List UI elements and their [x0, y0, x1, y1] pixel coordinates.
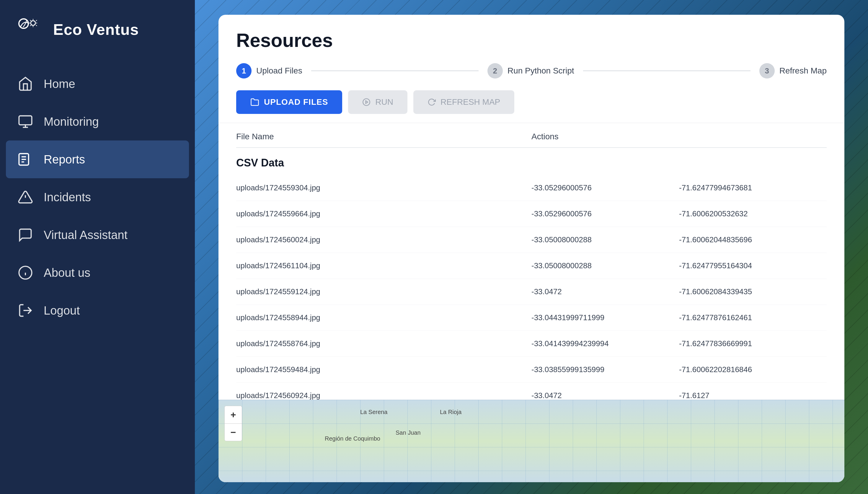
map-zoom-out-button[interactable]: − — [224, 423, 242, 441]
logo-icon — [18, 18, 47, 41]
cell-file: uploads/1724560024.jpg — [236, 235, 531, 244]
cell-col3: -71.6006200532632 — [679, 209, 827, 218]
cell-col2: -33.03855999135999 — [531, 365, 679, 374]
card-header: Resources 1 Upload Files 2 Run Python Sc… — [219, 15, 844, 123]
table-row: uploads/1724558944.jpg -33.0443199971199… — [236, 305, 827, 331]
table-area: File Name Actions CSV Data uploads/17245… — [219, 123, 844, 400]
cell-col2: -33.05008000288 — [531, 261, 679, 270]
map-grid — [219, 400, 844, 482]
sidebar-label-home: Home — [44, 77, 75, 91]
svg-marker-16 — [366, 101, 368, 103]
step-1: 1 Upload Files — [236, 63, 302, 78]
table-header: File Name Actions — [236, 123, 827, 148]
table-row: uploads/1724559124.jpg -33.0472 -71.6006… — [236, 279, 827, 305]
refresh-map-button[interactable]: REFRESH MAP — [413, 90, 514, 114]
cell-col2: -33.04431999711999 — [531, 313, 679, 322]
map-area: + − La Serena La Rioja Región de Coquimb… — [219, 400, 844, 482]
cell-col3: -71.62477876162461 — [679, 313, 827, 322]
sidebar-item-about-us[interactable]: About us — [0, 254, 195, 291]
map-zoom-in-button[interactable]: + — [224, 406, 242, 423]
step-2-circle: 2 — [487, 63, 503, 78]
upload-files-button[interactable]: UPLOAD FILES — [236, 90, 342, 114]
sidebar-item-home[interactable]: Home — [0, 65, 195, 103]
cell-col2: -33.05008000288 — [531, 235, 679, 244]
map-label-la-rioja: La Rioja — [440, 409, 461, 416]
cell-col3: -71.62477836669991 — [679, 339, 827, 348]
page-title: Resources — [236, 30, 827, 51]
sidebar-item-reports[interactable]: Reports — [6, 140, 189, 178]
cell-col3: -71.62477955164304 — [679, 261, 827, 270]
cell-file: uploads/1724558764.jpg — [236, 339, 531, 348]
step-3-circle: 3 — [759, 63, 775, 78]
sidebar-label-incidents: Incidents — [44, 191, 91, 204]
cell-col3: -71.60062084339435 — [679, 287, 827, 296]
cell-file: uploads/1724558944.jpg — [236, 313, 531, 322]
cell-file: uploads/1724559124.jpg — [236, 287, 531, 296]
upload-button-label: UPLOAD FILES — [264, 97, 328, 107]
col-header-actions: Actions — [531, 132, 679, 141]
refresh-map-button-label: REFRESH MAP — [440, 97, 500, 107]
table-row: uploads/1724559484.jpg -33.0385599913599… — [236, 357, 827, 383]
sidebar-label-about-us: About us — [44, 266, 90, 280]
cell-col3: -71.6127 — [679, 391, 827, 400]
step-1-circle: 1 — [236, 63, 251, 78]
sidebar-item-incidents[interactable]: Incidents — [0, 178, 195, 216]
cell-file: uploads/1724559304.jpg — [236, 183, 531, 192]
step-line-2 — [583, 71, 751, 71]
folder-icon — [250, 98, 259, 107]
sidebar-label-virtual-assistant: Virtual Assistant — [44, 228, 128, 242]
run-button-label: RUN — [375, 97, 393, 107]
cell-col2: -33.0472 — [531, 287, 679, 296]
play-icon — [362, 98, 371, 106]
svg-rect-2 — [19, 116, 32, 125]
nav-items: Home Monitoring Reports — [0, 65, 195, 329]
map-label-region-coquimbo: Región de Coquimbo — [325, 435, 380, 442]
info-icon — [18, 265, 33, 280]
step-3: 3 Refresh Map — [759, 63, 827, 78]
action-buttons: UPLOAD FILES RUN REFRESH MAP — [236, 90, 827, 114]
cell-file: uploads/1724561104.jpg — [236, 261, 531, 270]
logo-area: Eco Ventus — [0, 18, 195, 65]
cell-file: uploads/1724560924.jpg — [236, 391, 531, 400]
sidebar-item-logout[interactable]: Logout — [0, 291, 195, 329]
content-card: Resources 1 Upload Files 2 Run Python Sc… — [219, 15, 844, 482]
cell-col3: -71.60062202816846 — [679, 365, 827, 374]
col-header-filename: File Name — [236, 132, 531, 141]
app-name: Eco Ventus — [53, 21, 139, 38]
sidebar-label-logout: Logout — [44, 304, 80, 317]
main-area: Resources 1 Upload Files 2 Run Python Sc… — [195, 0, 868, 494]
logout-icon — [18, 303, 33, 318]
step-2-label: Run Python Script — [508, 66, 574, 76]
sidebar-label-reports: Reports — [44, 153, 85, 166]
cell-col2: -33.041439994239994 — [531, 339, 679, 348]
col-header-extra — [679, 132, 827, 141]
stepper: 1 Upload Files 2 Run Python Script 3 — [236, 63, 827, 78]
table-row: uploads/1724560024.jpg -33.05008000288 -… — [236, 227, 827, 253]
home-icon — [18, 76, 33, 92]
table-row: uploads/1724558764.jpg -33.0414399942399… — [236, 331, 827, 357]
refresh-icon — [428, 98, 436, 106]
sidebar-label-monitoring: Monitoring — [44, 115, 99, 128]
step-2: 2 Run Python Script — [487, 63, 574, 78]
monitor-icon — [18, 114, 33, 129]
table-row: uploads/1724561104.jpg -33.05008000288 -… — [236, 253, 827, 279]
cell-file: uploads/1724559664.jpg — [236, 209, 531, 218]
map-label-san-juan: San Juan — [396, 430, 421, 436]
svg-point-15 — [363, 99, 370, 106]
cell-col2: -33.05296000576 — [531, 183, 679, 192]
step-1-label: Upload Files — [256, 66, 302, 76]
cell-col2: -33.0472 — [531, 391, 679, 400]
reports-icon — [18, 152, 33, 167]
step-line-1 — [311, 71, 478, 71]
cell-col2: -33.05296000576 — [531, 209, 679, 218]
svg-point-1 — [31, 21, 35, 25]
sidebar-item-monitoring[interactable]: Monitoring — [0, 103, 195, 140]
section-label-csv: CSV Data — [236, 148, 827, 175]
cell-col3: -71.60062044835696 — [679, 235, 827, 244]
cell-col3: -71.62477994673681 — [679, 183, 827, 192]
assistant-icon — [18, 227, 33, 243]
sidebar-item-virtual-assistant[interactable]: Virtual Assistant — [0, 216, 195, 254]
table-row: uploads/1724559304.jpg -33.05296000576 -… — [236, 175, 827, 201]
table-row: uploads/1724560924.jpg -33.0472 -71.6127 — [236, 383, 827, 400]
run-button[interactable]: RUN — [348, 90, 408, 114]
